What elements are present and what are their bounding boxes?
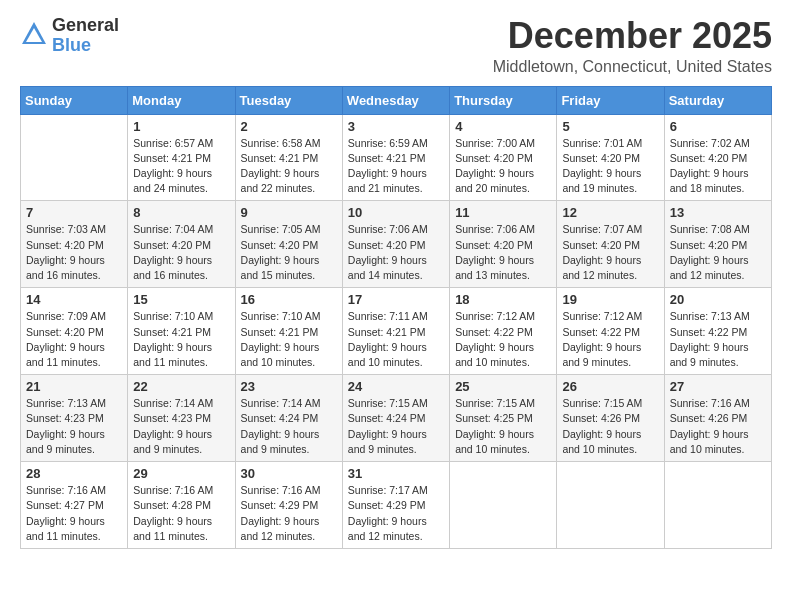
month-title: December 2025 xyxy=(493,16,772,56)
calendar-cell: 19Sunrise: 7:12 AMSunset: 4:22 PMDayligh… xyxy=(557,288,664,375)
calendar-cell: 15Sunrise: 7:10 AMSunset: 4:21 PMDayligh… xyxy=(128,288,235,375)
day-number: 4 xyxy=(455,119,551,134)
day-info: Sunrise: 7:12 AMSunset: 4:22 PMDaylight:… xyxy=(562,309,658,370)
weekday-header-row: SundayMondayTuesdayWednesdayThursdayFrid… xyxy=(21,86,772,114)
day-info: Sunrise: 7:02 AMSunset: 4:20 PMDaylight:… xyxy=(670,136,766,197)
day-number: 31 xyxy=(348,466,444,481)
logo: General Blue xyxy=(20,16,119,56)
day-info: Sunrise: 7:11 AMSunset: 4:21 PMDaylight:… xyxy=(348,309,444,370)
day-number: 20 xyxy=(670,292,766,307)
weekday-header-friday: Friday xyxy=(557,86,664,114)
day-number: 10 xyxy=(348,205,444,220)
calendar-cell: 31Sunrise: 7:17 AMSunset: 4:29 PMDayligh… xyxy=(342,462,449,549)
calendar-cell: 13Sunrise: 7:08 AMSunset: 4:20 PMDayligh… xyxy=(664,201,771,288)
day-info: Sunrise: 7:00 AMSunset: 4:20 PMDaylight:… xyxy=(455,136,551,197)
page-header: General Blue December 2025 Middletown, C… xyxy=(20,16,772,76)
day-number: 23 xyxy=(241,379,337,394)
day-info: Sunrise: 7:16 AMSunset: 4:26 PMDaylight:… xyxy=(670,396,766,457)
day-number: 8 xyxy=(133,205,229,220)
day-number: 18 xyxy=(455,292,551,307)
calendar-cell: 21Sunrise: 7:13 AMSunset: 4:23 PMDayligh… xyxy=(21,375,128,462)
calendar-cell: 10Sunrise: 7:06 AMSunset: 4:20 PMDayligh… xyxy=(342,201,449,288)
calendar-cell: 6Sunrise: 7:02 AMSunset: 4:20 PMDaylight… xyxy=(664,114,771,201)
day-info: Sunrise: 7:15 AMSunset: 4:24 PMDaylight:… xyxy=(348,396,444,457)
calendar-cell: 17Sunrise: 7:11 AMSunset: 4:21 PMDayligh… xyxy=(342,288,449,375)
day-number: 12 xyxy=(562,205,658,220)
logo-icon xyxy=(20,20,48,52)
calendar-cell: 24Sunrise: 7:15 AMSunset: 4:24 PMDayligh… xyxy=(342,375,449,462)
day-number: 5 xyxy=(562,119,658,134)
day-number: 7 xyxy=(26,205,122,220)
calendar-cell: 5Sunrise: 7:01 AMSunset: 4:20 PMDaylight… xyxy=(557,114,664,201)
calendar-cell: 25Sunrise: 7:15 AMSunset: 4:25 PMDayligh… xyxy=(450,375,557,462)
calendar-week-5: 28Sunrise: 7:16 AMSunset: 4:27 PMDayligh… xyxy=(21,462,772,549)
day-number: 26 xyxy=(562,379,658,394)
day-number: 15 xyxy=(133,292,229,307)
day-info: Sunrise: 7:16 AMSunset: 4:27 PMDaylight:… xyxy=(26,483,122,544)
day-number: 19 xyxy=(562,292,658,307)
calendar-cell xyxy=(664,462,771,549)
calendar-cell: 8Sunrise: 7:04 AMSunset: 4:20 PMDaylight… xyxy=(128,201,235,288)
day-number: 22 xyxy=(133,379,229,394)
day-number: 29 xyxy=(133,466,229,481)
day-number: 14 xyxy=(26,292,122,307)
day-info: Sunrise: 7:05 AMSunset: 4:20 PMDaylight:… xyxy=(241,222,337,283)
day-info: Sunrise: 7:13 AMSunset: 4:22 PMDaylight:… xyxy=(670,309,766,370)
day-info: Sunrise: 7:08 AMSunset: 4:20 PMDaylight:… xyxy=(670,222,766,283)
day-info: Sunrise: 7:12 AMSunset: 4:22 PMDaylight:… xyxy=(455,309,551,370)
calendar-week-3: 14Sunrise: 7:09 AMSunset: 4:20 PMDayligh… xyxy=(21,288,772,375)
day-number: 25 xyxy=(455,379,551,394)
day-info: Sunrise: 7:06 AMSunset: 4:20 PMDaylight:… xyxy=(455,222,551,283)
calendar-cell: 2Sunrise: 6:58 AMSunset: 4:21 PMDaylight… xyxy=(235,114,342,201)
weekday-header-saturday: Saturday xyxy=(664,86,771,114)
day-number: 16 xyxy=(241,292,337,307)
calendar-week-2: 7Sunrise: 7:03 AMSunset: 4:20 PMDaylight… xyxy=(21,201,772,288)
day-info: Sunrise: 7:17 AMSunset: 4:29 PMDaylight:… xyxy=(348,483,444,544)
weekday-header-monday: Monday xyxy=(128,86,235,114)
day-info: Sunrise: 7:13 AMSunset: 4:23 PMDaylight:… xyxy=(26,396,122,457)
day-number: 11 xyxy=(455,205,551,220)
day-info: Sunrise: 7:16 AMSunset: 4:28 PMDaylight:… xyxy=(133,483,229,544)
day-info: Sunrise: 7:14 AMSunset: 4:24 PMDaylight:… xyxy=(241,396,337,457)
calendar-cell: 7Sunrise: 7:03 AMSunset: 4:20 PMDaylight… xyxy=(21,201,128,288)
calendar-cell: 3Sunrise: 6:59 AMSunset: 4:21 PMDaylight… xyxy=(342,114,449,201)
day-info: Sunrise: 7:09 AMSunset: 4:20 PMDaylight:… xyxy=(26,309,122,370)
calendar-cell: 12Sunrise: 7:07 AMSunset: 4:20 PMDayligh… xyxy=(557,201,664,288)
weekday-header-tuesday: Tuesday xyxy=(235,86,342,114)
calendar-cell: 28Sunrise: 7:16 AMSunset: 4:27 PMDayligh… xyxy=(21,462,128,549)
day-number: 9 xyxy=(241,205,337,220)
day-number: 17 xyxy=(348,292,444,307)
calendar-cell: 18Sunrise: 7:12 AMSunset: 4:22 PMDayligh… xyxy=(450,288,557,375)
calendar-cell: 1Sunrise: 6:57 AMSunset: 4:21 PMDaylight… xyxy=(128,114,235,201)
day-info: Sunrise: 7:03 AMSunset: 4:20 PMDaylight:… xyxy=(26,222,122,283)
logo-blue-text: Blue xyxy=(52,36,119,56)
calendar-cell: 22Sunrise: 7:14 AMSunset: 4:23 PMDayligh… xyxy=(128,375,235,462)
calendar-cell: 16Sunrise: 7:10 AMSunset: 4:21 PMDayligh… xyxy=(235,288,342,375)
day-info: Sunrise: 7:10 AMSunset: 4:21 PMDaylight:… xyxy=(241,309,337,370)
calendar-cell xyxy=(21,114,128,201)
title-area: December 2025 Middletown, Connecticut, U… xyxy=(493,16,772,76)
day-number: 1 xyxy=(133,119,229,134)
day-info: Sunrise: 7:15 AMSunset: 4:25 PMDaylight:… xyxy=(455,396,551,457)
calendar-cell: 4Sunrise: 7:00 AMSunset: 4:20 PMDaylight… xyxy=(450,114,557,201)
day-number: 6 xyxy=(670,119,766,134)
calendar-week-4: 21Sunrise: 7:13 AMSunset: 4:23 PMDayligh… xyxy=(21,375,772,462)
day-number: 3 xyxy=(348,119,444,134)
day-number: 24 xyxy=(348,379,444,394)
day-info: Sunrise: 6:58 AMSunset: 4:21 PMDaylight:… xyxy=(241,136,337,197)
calendar-body: 1Sunrise: 6:57 AMSunset: 4:21 PMDaylight… xyxy=(21,114,772,548)
day-number: 13 xyxy=(670,205,766,220)
weekday-header-wednesday: Wednesday xyxy=(342,86,449,114)
day-number: 30 xyxy=(241,466,337,481)
calendar-cell xyxy=(450,462,557,549)
day-info: Sunrise: 7:15 AMSunset: 4:26 PMDaylight:… xyxy=(562,396,658,457)
day-info: Sunrise: 7:14 AMSunset: 4:23 PMDaylight:… xyxy=(133,396,229,457)
calendar-cell xyxy=(557,462,664,549)
day-number: 21 xyxy=(26,379,122,394)
day-info: Sunrise: 6:57 AMSunset: 4:21 PMDaylight:… xyxy=(133,136,229,197)
day-info: Sunrise: 7:16 AMSunset: 4:29 PMDaylight:… xyxy=(241,483,337,544)
logo-general-text: General xyxy=(52,16,119,36)
day-info: Sunrise: 7:10 AMSunset: 4:21 PMDaylight:… xyxy=(133,309,229,370)
day-number: 27 xyxy=(670,379,766,394)
day-info: Sunrise: 6:59 AMSunset: 4:21 PMDaylight:… xyxy=(348,136,444,197)
